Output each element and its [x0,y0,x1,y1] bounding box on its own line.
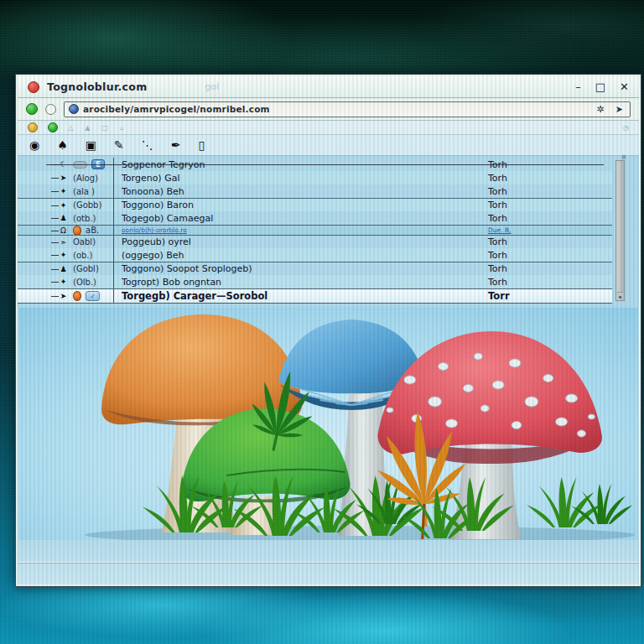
table-row[interactable]: ΩaB.oonlo/b(h)-ororblo.roDue. B, [18,225,612,235]
tree-gutter: ➤(Alog) [18,171,113,184]
tree-pointer-icon: ✦ [58,201,69,210]
row-label: (ala ) [73,187,95,196]
title-bar: Tognoloblur.com gol –□✕ [18,76,639,98]
table-row[interactable]: ♟(Gobl)Toggono) Soopot Sroplogeb)Torh [18,262,612,275]
pen-icon[interactable]: ✎ [114,139,124,151]
phone-icon[interactable]: ▯ [198,139,205,151]
shield-icon[interactable]: ♠ [57,139,68,151]
row-label: aB. [86,226,99,235]
row-title[interactable]: Torgegb) Carager—Sorobol [113,289,488,303]
row-value: Torh [488,277,612,288]
tree-gutter: ✦(Gobb) [18,199,113,211]
tree-pointer-icon: ➤ [58,174,69,182]
minimize-button[interactable]: – [575,80,581,93]
row-title[interactable]: Poggeub) oyrel [113,236,488,248]
window-title: Tognoloblur.com [47,80,148,93]
row-title[interactable]: Togropt) Bob ongntan [113,275,488,288]
row-value: Torh [488,173,612,184]
row-title[interactable]: Tonoona) Beh [113,184,488,198]
list-panel: ☾ESogpenor TegryonTorh➤(Alog)Torgeno) Ga… [18,156,639,308]
tree-pointer-icon: ☾ [58,160,69,169]
page-icon[interactable]: ▢ [101,124,108,132]
triangle-filled-icon[interactable]: ▲ [85,124,90,132]
red-traffic-light-icon[interactable] [28,81,39,93]
tree-gutter: ➤✓ [18,289,113,303]
vertical-scrollbar[interactable]: ▪ [615,160,625,301]
badge-check-icon: ✓ [86,291,100,301]
yellow-dot-icon[interactable] [28,122,38,132]
gray-pill-icon [73,161,87,169]
table-row[interactable]: ✦(Olb.)Togropt) Bob ongntanTorh [18,275,612,288]
row-title[interactable]: Torgeno) Gal [113,171,488,184]
bookmark-icons: △▲▢▵ [68,124,123,132]
close-button[interactable]: ✕ [620,80,629,93]
row-value: Torh [488,159,612,170]
tree-pointer-icon: ✦ [58,251,69,259]
brush-icon[interactable]: ✒ [171,139,181,151]
row-value: Torr [488,290,612,302]
tree-gutter: ✦(Olb.) [18,275,113,288]
send-lines-icon[interactable]: ⋱ [142,139,153,151]
navigation-bar: ✲➤ [18,98,639,121]
tree-pointer-icon: ✦ [58,187,69,195]
bookmarks-bar: △▲▢▵ ◷ [18,121,639,135]
tree-pointer-icon: ➤ [58,292,69,300]
row-label: (ob.) [73,251,92,260]
triangle-outline-icon[interactable]: △ [68,124,73,132]
row-title[interactable]: Toggono) Soopot Sroplogeb) [113,262,488,275]
row-title[interactable]: Sogpenor Tegryon [113,158,488,171]
title-ghost-text: gol [205,81,220,92]
green-dot-icon[interactable] [48,122,58,132]
row-title[interactable]: Togegob) Camaegal [113,211,488,225]
table-row[interactable]: ✦(ob.)(oggego) BehTorh [18,248,612,262]
tree-gutter: ♟(otb.) [18,211,113,225]
tree-gutter: ✦(ala ) [18,184,113,198]
table-row[interactable]: ➤✓Torgegb) Carager—SorobolTorr [18,288,612,304]
clock-icon: ◷ [623,124,629,132]
url-input[interactable] [83,104,594,114]
image-icon[interactable]: ▣ [86,139,96,151]
table-row[interactable]: ✦(Gobb)Toggono) BaronTorh [18,198,612,211]
row-value: Torh [488,186,612,197]
tree-pointer-icon: ♟ [58,265,69,273]
scrollbar-foot[interactable]: ▪ [617,292,623,299]
badge-e-icon: E [91,159,105,169]
window-controls: –□✕ [575,80,629,93]
star-icon[interactable]: ✲ [597,104,605,115]
row-label: Oabl) [73,237,96,247]
table-row[interactable]: ♟(otb.)Togegob) CamaegalTorh [18,211,612,225]
target-icon[interactable]: ◉ [29,139,39,151]
tree-pointer-icon: ➣ [58,238,69,247]
maximize-button[interactable]: □ [595,80,605,93]
row-title[interactable]: (oggego) Beh [113,248,488,262]
table-row[interactable]: ➣Oabl)Poggeub) oyrelTorh [18,235,612,248]
row-value: Due. B, [488,226,612,234]
row-value: Torh [488,263,612,274]
table-row[interactable]: ➤(Alog)Torgeno) GalTorh [18,171,612,184]
status-divider [18,562,639,564]
row-value: Torh [488,213,612,224]
row-label: (otb.) [73,214,96,223]
status-bar [18,540,639,584]
outline-nav-button[interactable] [45,104,56,115]
globe-icon [69,104,79,114]
browser-window: Tognoloblur.com gol –□✕ ✲➤ △▲▢▵ ◷ ◉♠▣✎⋱✒… [15,74,641,587]
toolbar: ◉♠▣✎⋱✒▯ [18,135,639,156]
table-row[interactable]: ✦(ala )Tonoona) BehTorh [18,184,612,198]
row-title[interactable]: Toggono) Baron [113,199,488,211]
tree-pointer-icon: Ω [58,226,69,235]
orange-dot-icon [73,226,81,236]
table-row[interactable]: ☾ESogpenor TegryonTorh [18,158,612,171]
row-value: Torh [488,250,612,261]
row-title[interactable]: oonlo/b(h)-ororblo.ro [113,226,488,235]
go-arrow-icon[interactable]: ➤ [615,104,623,115]
green-nav-button[interactable] [26,103,38,115]
tree-pointer-icon: ✦ [58,278,69,286]
tree-gutter: ♟(Gobl) [18,262,113,275]
row-value: Torh [488,200,612,210]
row-label: (Gobb) [73,200,101,210]
address-bar[interactable]: ✲➤ [64,101,631,117]
mushroom-illustration [18,308,638,542]
triangle-small-icon[interactable]: ▵ [120,124,123,132]
row-value: Torh [488,236,612,247]
